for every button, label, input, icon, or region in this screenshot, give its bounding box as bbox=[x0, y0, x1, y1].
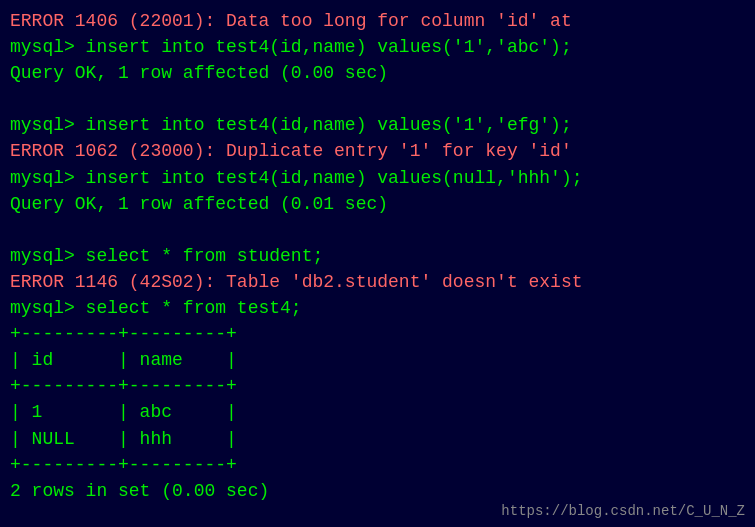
table-mid-border: +---------+---------+ bbox=[10, 373, 745, 399]
line-7: Query OK, 1 row affected (0.01 sec) bbox=[10, 191, 745, 217]
line-3: Query OK, 1 row affected (0.00 sec) bbox=[10, 60, 745, 86]
line-1: ERROR 1406 (22001): Data too long for co… bbox=[10, 8, 745, 34]
table-row-1: | 1 | abc | bbox=[10, 399, 745, 425]
table-row-2: | NULL | hhh | bbox=[10, 426, 745, 452]
spacer-2 bbox=[10, 217, 745, 243]
result-summary: 2 rows in set (0.00 sec) bbox=[10, 478, 745, 504]
line-2: mysql> insert into test4(id,name) values… bbox=[10, 34, 745, 60]
terminal-window: ERROR 1406 (22001): Data too long for co… bbox=[0, 0, 755, 527]
line-8: mysql> select * from student; bbox=[10, 243, 745, 269]
watermark: https://blog.csdn.net/C_U_N_Z bbox=[501, 503, 745, 519]
terminal-output: ERROR 1406 (22001): Data too long for co… bbox=[10, 8, 745, 504]
line-6: mysql> insert into test4(id,name) values… bbox=[10, 165, 745, 191]
table-bottom-border: +---------+---------+ bbox=[10, 452, 745, 478]
table-top-border: +---------+---------+ bbox=[10, 321, 745, 347]
line-9: ERROR 1146 (42S02): Table 'db2.student' … bbox=[10, 269, 745, 295]
line-5: ERROR 1062 (23000): Duplicate entry '1' … bbox=[10, 138, 745, 164]
line-4: mysql> insert into test4(id,name) values… bbox=[10, 112, 745, 138]
spacer-1 bbox=[10, 86, 745, 112]
line-10: mysql> select * from test4; bbox=[10, 295, 745, 321]
table-header: | id | name | bbox=[10, 347, 745, 373]
